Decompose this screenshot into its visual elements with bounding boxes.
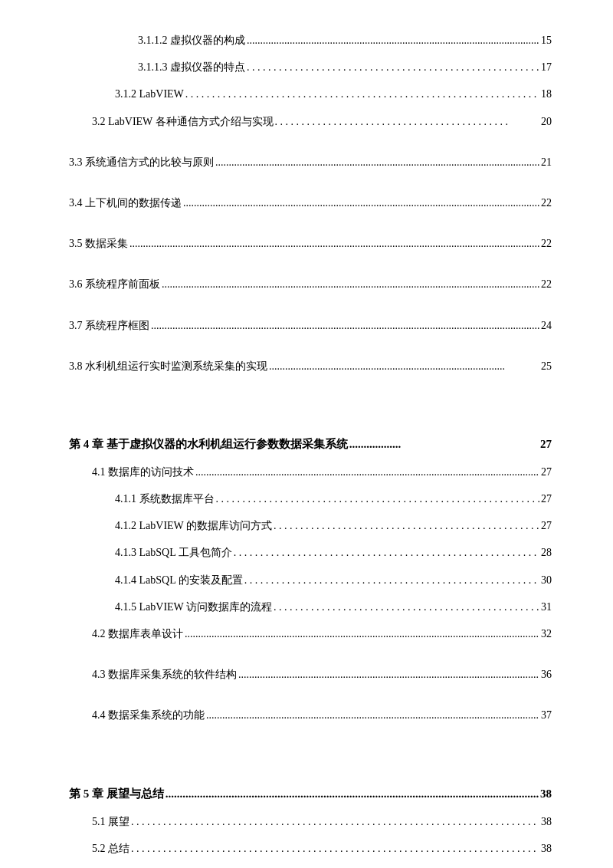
chapter-title-text: 第 5 章 展望与总结 xyxy=(69,787,164,801)
toc-entry-4-1-3: 4.1.3 LabSQL 工具包简介 . . . . . . . . . . .… xyxy=(69,543,552,562)
toc-page-num: 22 xyxy=(541,193,552,212)
toc-entry-3-6: 3.6 系统程序前面板 ............................… xyxy=(69,275,552,294)
toc-page-num: 30 xyxy=(541,570,552,590)
toc-entry-4-1-1: 4.1.1 系统数据库平台 . . . . . . . . . . . . . … xyxy=(69,489,552,508)
toc-page-num: 22 xyxy=(541,234,552,253)
toc-dots: ........................................… xyxy=(206,705,539,725)
toc-entry-text: 4.4 数据采集系统的功能 xyxy=(92,705,205,725)
chapter-title-text: 第 4 章 基于虚拟仪器的水利机组运行参数数据采集系统 xyxy=(69,437,348,452)
toc-page-num: 28 xyxy=(541,543,552,562)
toc-entry-3-3: 3.3 系统通信方式的比较与原则 .......................… xyxy=(69,153,552,172)
toc-page-num: 38 xyxy=(540,787,552,801)
toc-entry-3-1-1-2: 3.1.1.2 虚拟仪器的构成 ........................… xyxy=(69,31,552,50)
toc-entry-4-1-5: 4.1.5 LabVIEW 访问数据库的流程 . . . . . . . . .… xyxy=(69,597,552,616)
toc-page-num: 22 xyxy=(541,275,552,294)
toc-dots: ........................................… xyxy=(183,193,539,212)
toc-dots: ........................................… xyxy=(151,316,539,335)
toc-dots: . . . . . . . . . . . . . . . . . . . . … xyxy=(131,839,539,858)
toc-entry-text: 4.1.4 LabSQL 的安装及配置 xyxy=(115,570,243,590)
toc-dots: . . . . . . . . . . . . . . . . . . . . … xyxy=(244,570,539,590)
toc-entry-text: 4.1.2 LabVIEW 的数据库访问方式 xyxy=(115,516,272,535)
toc-dots: ........................................… xyxy=(162,275,539,294)
toc-entry-text: 4.1.3 LabSQL 工具包简介 xyxy=(115,543,232,562)
toc-entry-3-1-1-3: 3.1.1.3 虚拟仪器的特点 . . . . . . . . . . . . … xyxy=(69,58,552,77)
toc-entry-3-8: 3.8 水利机组运行实时监测系统采集的实现 ..................… xyxy=(69,357,552,376)
toc-entry-4-1-4: 4.1.4 LabSQL 的安装及配置 . . . . . . . . . . … xyxy=(69,570,552,590)
chapter4-title: 第 4 章 基于虚拟仪器的水利机组运行参数数据采集系统 ............… xyxy=(69,437,552,452)
toc-entry-4-2: 4.2 数据库表单设计 ............................… xyxy=(69,624,552,643)
toc-dots: ........................................… xyxy=(129,234,539,253)
toc-page-num: 31 xyxy=(541,597,552,616)
toc-page-num: 24 xyxy=(541,316,552,335)
toc-page-num: 27 xyxy=(541,462,552,482)
toc-page-num: 38 xyxy=(541,839,552,858)
toc-entry-text: 3.1.2 LabVIEW xyxy=(115,84,184,104)
toc-entry-text: 3.7 系统程序框图 xyxy=(69,316,149,335)
toc-dots: ........................................… xyxy=(185,624,539,643)
toc-dots: . . . . . . . . . . . . . . . . . . . . … xyxy=(274,516,539,535)
toc-entry-text: 4.3 数据库采集系统的软件结构 xyxy=(92,665,237,684)
chapter5-title: 第 5 章 展望与总结 ............................… xyxy=(69,787,552,801)
toc-entry-text: 3.3 系统通信方式的比较与原则 xyxy=(69,153,214,172)
toc-page-num: 32 xyxy=(541,624,552,643)
toc-entry-text: 3.6 系统程序前面板 xyxy=(69,275,160,294)
toc-entry-4-1: 4.1 数据库的访问技术 ...........................… xyxy=(69,462,552,482)
toc-entry-3-4: 3.4 上下机间的数据传递 ..........................… xyxy=(69,193,552,212)
toc-dots: . . . . . . . . . . . . . . . . . . . . … xyxy=(185,84,539,104)
toc-entry-4-3: 4.3 数据库采集系统的软件结构 .......................… xyxy=(69,665,552,684)
toc-entry-4-4: 4.4 数据采集系统的功能 ..........................… xyxy=(69,705,552,725)
toc-dots: ........................................… xyxy=(166,787,539,801)
toc-entry-text: 5.1 展望 xyxy=(92,812,129,831)
toc-entry-3-2: 3.2 LabVIEW 各种通信方式介绍与实现 . . . . . . . . … xyxy=(69,112,552,131)
toc-dots: .................. xyxy=(349,438,539,451)
toc-dots: ........................................… xyxy=(238,665,539,684)
toc-dots: . . . . . . . . . . . . . . . . . . . . … xyxy=(216,489,540,508)
toc-page-num: 37 xyxy=(541,705,552,725)
toc-page-num: 27 xyxy=(541,516,552,535)
toc-entry-text: 4.2 数据库表单设计 xyxy=(92,624,183,643)
toc-entry-text: 3.4 上下机间的数据传递 xyxy=(69,193,182,212)
toc-entry-3-5: 3.5 数据采集 ...............................… xyxy=(69,234,552,253)
toc-entry-text: 4.1 数据库的访问技术 xyxy=(92,462,194,482)
toc-dots: ........................................… xyxy=(215,153,539,172)
toc-page-num: 17 xyxy=(541,58,552,77)
toc-page-num: 20 xyxy=(541,112,552,131)
toc-entry-text: 4.1.1 系统数据库平台 xyxy=(115,489,215,508)
toc-page-num: 36 xyxy=(541,665,552,684)
toc-entry-3-1-2: 3.1.2 LabVIEW . . . . . . . . . . . . . … xyxy=(69,84,552,104)
toc-entry-text: 3.8 水利机组运行实时监测系统采集的实现 xyxy=(69,357,267,376)
toc-page: 3.1.1.2 虚拟仪器的构成 ........................… xyxy=(0,0,613,868)
toc-page-num: 18 xyxy=(541,84,552,104)
toc-dots: . . . . . . . . . . . . . . . . . . . . … xyxy=(234,543,539,562)
toc-dots: ........................................… xyxy=(247,31,539,50)
toc-page-num: 38 xyxy=(541,812,552,831)
toc-page-num: 21 xyxy=(541,153,552,172)
toc-entry-5-1: 5.1 展望 . . . . . . . . . . . . . . . . .… xyxy=(69,812,552,831)
toc-entry-text: 3.1.1.3 虚拟仪器的特点 xyxy=(138,58,245,77)
toc-dots: . . . . . . . . . . . . . . . . . . . . … xyxy=(131,812,539,831)
toc-dots: ........................................… xyxy=(195,462,539,482)
toc-page-num: 27 xyxy=(540,438,552,451)
toc-entry-text: 3.1.1.2 虚拟仪器的构成 xyxy=(138,31,245,50)
toc-entry-4-1-2: 4.1.2 LabVIEW 的数据库访问方式 . . . . . . . . .… xyxy=(69,516,552,535)
toc-dots: ........................................… xyxy=(269,357,539,376)
toc-entry-3-7: 3.7 系统程序框图 .............................… xyxy=(69,316,552,335)
toc-entry-text: 5.2 总结 xyxy=(92,839,129,858)
toc-dots: . . . . . . . . . . . . . . . . . . . . … xyxy=(247,58,539,77)
toc-entry-text: 3.5 数据采集 xyxy=(69,234,128,253)
toc-dots: . . . . . . . . . . . . . . . . . . . . … xyxy=(274,597,539,616)
toc-page-num: 15 xyxy=(541,31,552,50)
toc-page-num: 27 xyxy=(541,489,552,508)
toc-dots: . . . . . . . . . . . . . . . . . . . . … xyxy=(275,112,539,131)
toc-entry-5-2: 5.2 总结 . . . . . . . . . . . . . . . . .… xyxy=(69,839,552,858)
toc-page-num: 25 xyxy=(541,357,552,376)
toc-entry-text: 4.1.5 LabVIEW 访问数据库的流程 xyxy=(115,597,272,616)
toc-entry-text: 3.2 LabVIEW 各种通信方式介绍与实现 xyxy=(92,112,274,131)
